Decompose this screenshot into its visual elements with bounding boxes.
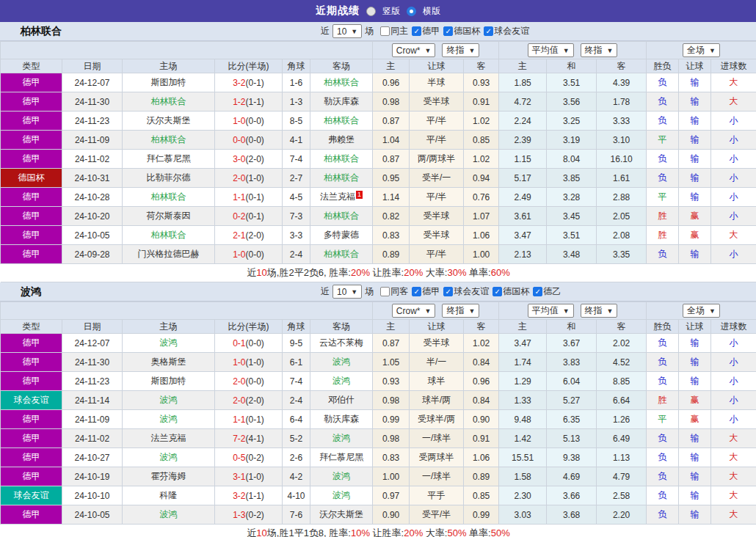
away-team-cell: 柏林联合 (310, 150, 373, 169)
avg-home-odds-cell: 1.74 (499, 353, 547, 372)
match-count-select[interactable]: 10▼ (332, 285, 362, 299)
matches-table: Crow*▼ 终指▼ 平均值▼ 终指▼ 全场▼ 类型日期主场比分(半场)角球客场… (0, 302, 756, 537)
score-cell: 2-1(2-0) (215, 226, 283, 245)
layout-radio-vertical-label: 竖版 (382, 5, 400, 18)
avg-away-odds-cell: 4.79 (597, 467, 647, 486)
column-header: 主场 (123, 320, 215, 334)
goals-result-cell: 小 (711, 169, 756, 188)
layout-radio-horizontal[interactable] (407, 7, 416, 16)
league-type-cell: 德甲 (1, 245, 62, 264)
filter-checkbox[interactable] (380, 287, 390, 296)
date-cell: 24-11-02 (62, 429, 123, 448)
half-time-score: (0-1) (246, 78, 264, 88)
avg-home-odds-cell: 2.24 (499, 112, 547, 131)
avg-draw-odds-cell: 3.66 (547, 486, 597, 505)
layout-radio-vertical[interactable] (366, 7, 376, 16)
half-time-score: (2-0) (246, 395, 264, 406)
avg-away-odds-cell: 1.61 (597, 169, 647, 188)
column-header: 主 (499, 320, 547, 334)
chevron-down-icon: ▼ (563, 47, 570, 54)
date-cell: 24-11-09 (62, 410, 123, 429)
column-header: 客场 (310, 320, 373, 334)
filter-checkbox[interactable]: ✓ (412, 26, 421, 36)
summary-segment: 20% (404, 267, 423, 278)
avg-time-select[interactable]: 终指▼ (581, 304, 618, 318)
full-time-score: 1-0 (233, 249, 245, 260)
handicap-result-cell: 输 (679, 188, 711, 207)
avg-away-odds-cell: 4.52 (597, 353, 647, 372)
handicap-result-cell: 输 (679, 334, 711, 353)
score-cell: 0-2(0-1) (215, 207, 283, 226)
avg-source-select[interactable]: 平均值▼ (528, 304, 574, 318)
filter-checkbox[interactable]: ✓ (484, 26, 493, 36)
scope-select[interactable]: 全场▼ (683, 304, 720, 318)
league-type-cell: 德甲 (1, 207, 62, 226)
home-team-cell: 波鸿 (123, 505, 215, 525)
avg-home-odds-cell: 1.29 (499, 372, 547, 391)
odds-time-select[interactable]: 终指▼ (442, 304, 479, 318)
avg-home-odds-cell: 5.17 (499, 169, 547, 188)
half-time-score: (0-1) (246, 414, 264, 425)
away-team-cell: 邓伯什 (310, 391, 373, 410)
filter-checkbox-label: 德甲 (422, 25, 440, 37)
filter-checkbox-label: 同客 (390, 285, 408, 298)
corner-cell: 7-4 (283, 372, 310, 391)
avg-odds-selects: 平均值▼ 终指▼ (499, 302, 647, 320)
crow-away-odds-cell: 0.91 (464, 429, 499, 448)
odds-source-select[interactable]: Crow*▼ (392, 43, 436, 57)
odds-time-select[interactable]: 终指▼ (442, 43, 479, 57)
column-header: 日期 (62, 320, 123, 334)
full-time-score: 2-0 (233, 376, 245, 387)
handicap-cell: 平手 (410, 486, 464, 505)
avg-source-select[interactable]: 平均值▼ (528, 43, 574, 57)
avg-home-odds-cell: 3.61 (499, 207, 547, 226)
date-cell: 24-10-05 (62, 505, 123, 525)
filter-checkbox[interactable]: ✓ (443, 287, 453, 296)
half-time-score: (4-1) (246, 434, 264, 444)
full-time-score: 2-1 (233, 230, 245, 241)
filter-checkbox[interactable]: ✓ (533, 287, 542, 296)
home-team-cell: 波鸿 (123, 334, 215, 353)
crow-odds-selects: Crow*▼ 终指▼ (373, 42, 499, 59)
chevron-down-icon: ▼ (563, 307, 570, 315)
half-time-score: (1-0) (246, 173, 264, 183)
crow-odds-selects: Crow*▼ 终指▼ (373, 302, 499, 320)
result-cell: 平 (647, 131, 679, 150)
full-time-score: 7-2 (233, 434, 245, 444)
league-type-cell: 德甲 (1, 150, 62, 169)
filter-checkbox[interactable]: ✓ (493, 287, 502, 296)
avg-home-odds-cell: 3.47 (499, 226, 547, 245)
half-time-score: (1-0) (246, 472, 264, 482)
full-time-score: 0-0 (233, 135, 245, 145)
full-time-score: 3-2 (233, 491, 245, 501)
result-cell: 负 (647, 505, 679, 525)
odds-source-select[interactable]: Crow*▼ (392, 304, 436, 318)
avg-time-select[interactable]: 终指▼ (581, 43, 618, 57)
column-header: 客 (464, 320, 499, 334)
avg-away-odds-cell: 8.85 (597, 372, 647, 391)
section-header-bar: 波鸿 近 10▼ 场 同客✓德甲✓球会友谊✓德国杯✓德乙 (0, 282, 756, 302)
summary-segment: 让胜率: (370, 527, 404, 537)
filter-checkbox[interactable]: ✓ (443, 26, 453, 36)
result-cell: 胜 (647, 207, 679, 226)
handicap-cell: 两/两球半 (410, 150, 464, 169)
scope-select[interactable]: 全场▼ (683, 43, 720, 57)
corner-cell: 2-4 (283, 245, 310, 264)
filter-checkbox[interactable]: ✓ (412, 287, 421, 296)
league-filter-checkboxes: 同主✓德甲✓德国杯✓球会友谊 (377, 25, 529, 37)
handicap-result-cell: 输 (679, 429, 711, 448)
match-row: 德甲24-09-28门兴格拉德巴赫1-0(0-0)2-4柏林联合0.89平/半1… (1, 245, 756, 264)
match-count-select[interactable]: 10▼ (332, 24, 362, 38)
summary-segment: 让胜率: (370, 267, 404, 278)
crow-away-odds-cell: 0.93 (464, 73, 499, 92)
crow-away-odds-cell: 0.76 (464, 188, 499, 207)
away-team-cell: 波鸿 (310, 486, 373, 505)
result-cell: 负 (647, 353, 679, 372)
match-row: 德甲24-10-20荷尔斯泰因0-2(0-1)7-3柏林联合0.82受半球1.0… (1, 207, 756, 226)
score-cell: 7-2(4-1) (215, 429, 283, 448)
corner-cell: 3-3 (283, 226, 310, 245)
score-cell: 3-2(1-1) (215, 486, 283, 505)
league-filter-checkboxes: 同客✓德甲✓球会友谊✓德国杯✓德乙 (377, 285, 561, 298)
result-cell: 负 (647, 334, 679, 353)
filter-checkbox[interactable] (380, 26, 390, 36)
